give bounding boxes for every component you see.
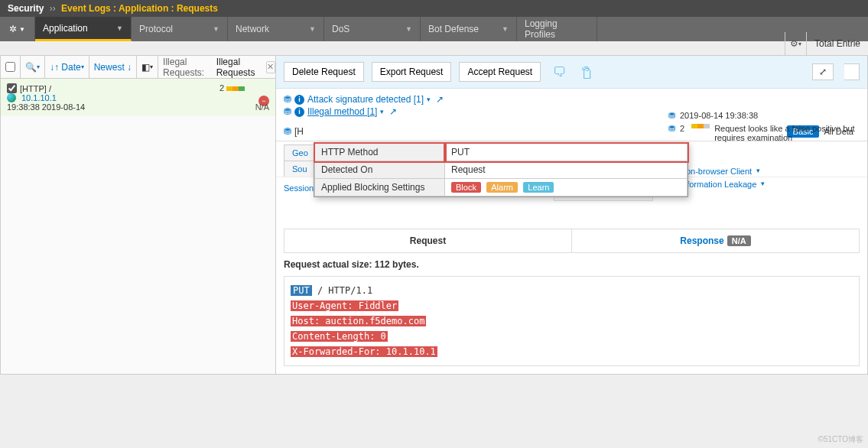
violation-popup: HTTP Method PUT Detected On Request Appl… [314,142,688,197]
delete-request-button[interactable]: Delete Request [284,62,364,82]
raw-xff: X-Forwarded-For: 10.1.10.1 [291,346,437,357]
sort-date[interactable]: ↓↑ Date▾ [45,56,89,78]
tag-icon[interactable]: 🏷 [578,65,594,79]
info-icon: i [294,107,304,117]
funnel-icon[interactable]: ⛃ [668,124,675,134]
entry-proto: [HTTP] / [20,84,51,93]
gear-menu[interactable]: ✲ ▼ [0,17,35,41]
export-request-button[interactable]: Export Request [372,62,452,82]
detail-title: [H [294,126,304,137]
summary-sidebar: ⛃2019-08-14 19:38:38 ⛃2Request looks lik… [668,109,867,191]
link-info-leakage[interactable]: Information Leakage [680,180,756,189]
entry-timestamp: 19:38:38 2019-08-14 [7,102,269,112]
main-tabs: ✲ ▼ Application▼ Protocol▼ Network▼ DoS▼… [0,17,868,41]
subtab-source[interactable]: Sou [284,161,316,177]
breadcrumb: Security ›› Event Logs : Application : R… [0,0,868,17]
detail-panel: ⚙▾ Total Entrie Delete Request Export Re… [276,56,867,374]
link-nonbrowser-client[interactable]: Non-browser Client [680,167,752,176]
open-external-icon[interactable]: ↗ [389,106,397,117]
info-icon: i [294,95,304,105]
entry-count: 2 [219,83,245,93]
subtab-geolocation[interactable]: Geo [284,144,317,161]
http-method-badge: PUT [291,285,312,296]
raw-user-agent: User-Agent: Fiddler [291,300,398,311]
tag-block[interactable]: Block [451,182,481,193]
filter-label: Illegal Requests: [158,57,216,78]
globe-icon [7,93,16,102]
expand-button[interactable]: ⤢ [812,63,834,80]
tab-application[interactable]: Application▼ [35,17,132,41]
search-dropdown[interactable]: 🔍▾ [21,56,45,78]
tag-learn[interactable]: Learn [523,182,554,193]
breadcrumb-security: Security [8,3,44,14]
clear-filter[interactable]: ✕ [266,61,275,73]
chevron-down-icon: ▼ [213,25,219,33]
tab-request[interactable]: Request [284,229,572,252]
raw-request: PUT / HTTP/1.1 User-Agent: Fiddler Host:… [284,276,860,366]
raw-host: Host: auction.f5demo.com [291,316,426,326]
funnel-icon[interactable]: ⛃ [668,111,675,121]
extra-button[interactable] [844,63,860,80]
chevron-down-icon: ▼ [405,25,412,33]
tag-alarm[interactable]: Alarm [486,182,518,193]
accept-request-button[interactable]: Accept Request [459,62,541,82]
watermark: ©51CTO博客 [818,434,863,445]
request-size: Request actual size: 112 bytes. [276,253,867,273]
chevron-down-icon: ▼ [502,25,509,33]
comment-icon[interactable]: 🗨 [553,64,567,80]
funnel-icon: ⛃ [284,94,291,105]
tab-dos[interactable]: DoS▼ [324,17,421,41]
tab-bot-defense[interactable]: Bot Defense▼ [421,17,517,41]
entry-na: N/A [255,102,269,112]
popup-row-http-method: HTTP Method PUT [315,144,688,161]
tab-response[interactable]: ResponseN/A [572,229,859,252]
summary-severity-text: Request looks like a false positive but … [714,124,867,142]
select-all-checkbox[interactable] [1,56,21,78]
filter-value: Illegal Requests [216,57,263,78]
entries-toolbar: 🔍▾ ↓↑ Date▾ Newest ↓ ◧▾ Illegal Requests… [1,56,275,79]
entry-checkbox[interactable] [7,83,17,93]
funnel-icon[interactable]: ⛃ [284,126,291,137]
actions-bar: Delete Request Export Request Accept Req… [276,56,867,89]
na-badge: N/A [727,235,751,246]
request-response-tabs: Request ResponseN/A [284,229,860,253]
chevron-down-icon: ▼ [309,25,316,33]
chevron-down-icon: ▼ [116,24,123,32]
bookmark-filter[interactable]: ◧▾ [137,56,158,78]
funnel-icon: ⛃ [284,106,291,117]
tab-protocol[interactable]: Protocol▼ [132,17,228,41]
breadcrumb-sep: ›› [50,3,56,14]
open-external-icon[interactable]: ↗ [436,94,444,105]
entry-ip: 10.1.10.1 [21,93,57,102]
summary-time: 2019-08-14 19:38:38 [680,111,758,120]
summary-severity: 2 [680,124,684,133]
popup-row-blocking-settings: Applied Blocking Settings Block Alarm Le… [315,179,688,196]
breadcrumb-path: Event Logs : Application : Requests [61,3,218,14]
tab-network[interactable]: Network▼ [228,17,324,41]
popup-row-detected-on: Detected On Request [315,161,688,179]
log-entry[interactable]: [HTTP] / 10.1.10.1 19:38:38 2019-08-14 2… [1,79,275,116]
settings-gear[interactable]: ⚙▾ [785,32,806,55]
work-area: 🔍▾ ↓↑ Date▾ Newest ↓ ◧▾ Illegal Requests… [0,55,868,375]
total-entries-label: Total Entrie [806,32,868,55]
sort-newest[interactable]: Newest ↓ [89,56,137,78]
raw-content-length: Content-Length: 0 [291,331,388,342]
entries-panel: 🔍▾ ↓↑ Date▾ Newest ↓ ◧▾ Illegal Requests… [1,56,276,374]
filter-attack-signature[interactable]: ⛃ i Attack signature detected [1]▾ ↗ [284,93,860,106]
tab-logging-profiles[interactable]: Logging Profiles [517,17,597,41]
